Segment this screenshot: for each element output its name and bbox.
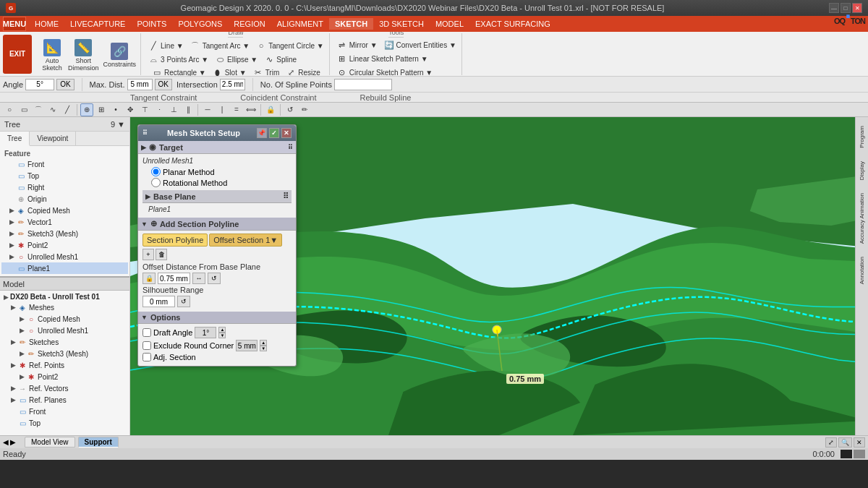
tree-right-plane[interactable]: ▭ Right [1,429,128,432]
sp-delete-button[interactable]: 🗑 [156,249,167,260]
menu-3dsketch[interactable]: 3D SKETCH [373,18,430,30]
menu-model[interactable]: MODEL [430,18,469,30]
exclude-down[interactable]: ▼ [260,346,267,351]
spline-button[interactable]: ∿Spline [261,53,299,66]
no-spline-input[interactable] [334,79,392,90]
icon-horiz[interactable]: ─ [201,103,214,116]
planar-radio-input[interactable] [151,167,161,176]
tree-top[interactable]: ▭ Top [1,170,128,181]
constraints-button[interactable]: 🔗 Constraints [102,41,138,69]
max-dist-ok-button[interactable]: OK [155,79,172,90]
tree-model-root[interactable]: ▶ DX20 Beta - Unroll Test 01 [1,292,128,301]
model-view-tab[interactable]: Model View [25,437,75,448]
offset-lock-btn[interactable]: 🔒 [142,273,156,284]
base-plane-header[interactable]: ▶ Base Plane ⠿ [142,190,292,203]
tree-copied-mesh[interactable]: ▶ ◈ Copied Mesh [1,205,128,216]
silhouette-reset-btn[interactable]: ↺ [177,296,190,307]
trim-button[interactable]: ✂Trim [250,66,282,77]
tree-refplanes[interactable]: ▶ ▭ Ref. Planes [1,394,128,406]
icon-sym[interactable]: ⟺ [244,103,258,116]
right-tab-display[interactable]: Display [856,155,867,186]
tree-right[interactable]: ▭ Right [1,181,128,193]
dialog-cancel-button[interactable]: ✕ [281,128,292,138]
icon-arc[interactable]: ⌒ [32,103,45,116]
ellipse-button[interactable]: ⬭Ellipse ▼ [212,53,260,66]
section-polyline-tab[interactable]: Section Polyline [142,234,208,247]
menu-polygons[interactable]: POLYGONS [172,18,228,30]
tree-top-plane[interactable]: ▭ Top [1,417,128,429]
menu-home[interactable]: HOME [29,18,64,30]
close-view-btn[interactable]: ✕ [854,437,865,448]
circular-sketch-button[interactable]: ⊙Circular Sketch Pattern ▼ [334,67,435,77]
icon-line[interactable]: ╱ [61,103,74,116]
menu-region[interactable]: REGION [228,18,271,30]
icon-grid[interactable]: ⊞ [95,103,108,116]
3points-arc-button[interactable]: ⌓3 Points Arc ▼ [145,53,210,66]
offset-section-tab[interactable]: Offset Section 1▼ [209,234,282,247]
adj-section-checkbox[interactable] [142,353,151,361]
menu-logo[interactable]: MENU [3,17,26,31]
icon-vert[interactable]: | [216,103,229,116]
line-button[interactable]: ╱Line ▼ [145,39,186,52]
planar-method-radio[interactable]: Planar Method [151,167,292,176]
offset-reset-btn[interactable]: ↺ [208,273,221,284]
tree-vector1[interactable]: ▶ ✏ Vector1 [1,216,128,228]
tree-point2b[interactable]: ▶ ✱ Point2 [1,371,128,382]
menu-sketch[interactable]: SKETCH [329,18,373,30]
tree-copied-mesh2[interactable]: ▶ ○ Copied Mesh [1,313,128,325]
exclude-round-input[interactable] [236,340,258,351]
auto-sketch-button[interactable]: 📐 AutoSketch [39,38,65,73]
tree-refvectors[interactable]: ▶ → Ref. Vectors [1,382,128,394]
tree-sketches[interactable]: ▶ ✏ Sketches [1,336,128,348]
rectangle-button[interactable]: ▭Rectangle ▼ [149,66,208,77]
tangent-arc-button[interactable]: ⌒Tangent Arc ▼ [187,39,252,52]
angle-input[interactable] [25,79,54,90]
menu-exact-surfacing[interactable]: EXACT SURFACING [469,18,556,30]
icon-circle[interactable]: ○ [3,103,16,116]
slot-button[interactable]: ⬮Slot ▼ [210,66,249,77]
mirror-button[interactable]: ⇌Mirror ▼ [334,39,380,52]
icon-tangent[interactable]: ⋅ [153,103,166,116]
offset-distance-input[interactable] [158,273,190,284]
tree-sketch3[interactable]: ▶ ✏ Sketch3 (Mesh) [1,228,128,239]
options-header[interactable]: ▼ Options [138,312,296,324]
tree-unrolled[interactable]: ▶ ○ Unrolled Mesh1 [1,251,128,262]
icon-rebuild[interactable]: ↺ [284,103,297,116]
tree-front[interactable]: ▭ Front [1,158,128,170]
add-section-header[interactable]: ▼ ⊕ Add Section Polyline [138,218,296,231]
icon-move[interactable]: ✥ [124,103,137,116]
draft-angle-up[interactable]: ▲ [218,327,226,333]
icon-spline[interactable]: ∿ [46,103,59,116]
max-dist-input[interactable] [127,79,153,90]
icon-edit[interactable]: ✏ [298,103,311,116]
offset-flip-btn[interactable]: ↔ [192,273,205,284]
dialog-confirm-button[interactable]: ✓ [269,128,279,138]
icon-rect[interactable]: ▭ [17,103,30,116]
dialog-pin-button[interactable]: 📌 [257,128,267,138]
intersection-input[interactable] [220,79,245,90]
icon-lock[interactable]: 🔒 [264,103,277,116]
draft-angle-input[interactable] [195,327,216,338]
linear-sketch-button[interactable]: ⊞Linear Sketch Pattern ▼ [334,53,430,66]
rotational-radio-input[interactable] [151,178,161,187]
zoom-btn[interactable]: 🔍 [838,437,852,448]
resize-button[interactable]: ⤢Resize [283,66,323,77]
support-tab[interactable]: Support [78,437,119,448]
rotational-method-radio[interactable]: Rotational Method [151,178,292,187]
target-header[interactable]: ▶ ◉ Target ⠿ [138,141,296,154]
tree-origin[interactable]: ⊕ Origin [1,193,128,205]
menu-livecapture[interactable]: LIVECAPTURE [64,18,131,30]
right-tab-annotation[interactable]: Annotation [856,251,867,290]
tree-refpoints[interactable]: ▶ ✱ Ref. Points [1,359,128,371]
menu-alignment[interactable]: ALIGNMENT [271,18,329,30]
tree-meshes[interactable]: ▶ ◈ Meshes [1,301,128,313]
exclude-round-checkbox[interactable] [142,341,151,350]
tab-viewpoint[interactable]: Viewpoint [30,132,76,145]
tab-tree[interactable]: Tree [0,132,30,146]
icon-equal[interactable]: = [230,103,243,116]
exclude-up[interactable]: ▲ [260,340,267,346]
icon-perp[interactable]: ⊥ [167,103,180,116]
nav-right[interactable]: ▶ [10,438,16,446]
tree-point2[interactable]: ▶ ✱ Point2 [1,239,128,251]
icon-snap[interactable]: ⊕ [80,103,93,116]
